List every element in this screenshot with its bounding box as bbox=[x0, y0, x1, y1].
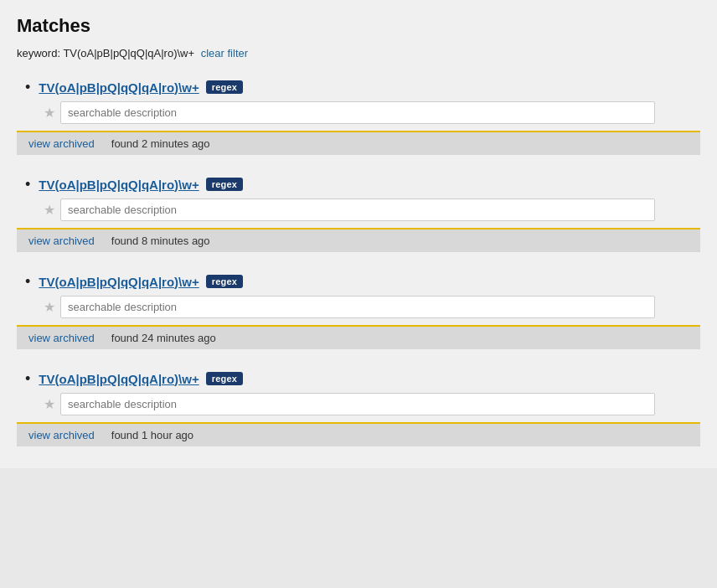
match-item-3: • TV(oA|pB|pQ|qQ|qA|ro)\w+ regex ★ view … bbox=[17, 266, 700, 349]
found-text-1: found 2 minutes ago bbox=[111, 137, 210, 150]
regex-badge-1: regex bbox=[206, 80, 243, 94]
match-link-3[interactable]: TV(oA|pB|pQ|qQ|qA|ro)\w+ bbox=[39, 275, 199, 289]
match-title-row-2: • TV(oA|pB|pQ|qQ|qA|ro)\w+ regex bbox=[17, 168, 700, 195]
page-title: Matches bbox=[17, 15, 700, 37]
found-text-3: found 24 minutes ago bbox=[111, 332, 216, 344]
star-icon-1[interactable]: ★ bbox=[44, 106, 55, 120]
description-row-4: ★ bbox=[17, 389, 700, 422]
bullet-4: • bbox=[25, 371, 30, 386]
match-link-4[interactable]: TV(oA|pB|pQ|qQ|qA|ro)\w+ bbox=[39, 372, 199, 386]
bullet-3: • bbox=[25, 274, 30, 289]
star-icon-2[interactable]: ★ bbox=[44, 204, 55, 217]
match-title-row-4: • TV(oA|pB|pQ|qQ|qA|ro)\w+ regex bbox=[17, 363, 700, 389]
star-icon-4[interactable]: ★ bbox=[44, 398, 55, 411]
view-archived-link-1[interactable]: view archived bbox=[28, 137, 95, 150]
found-text-2: found 8 minutes ago bbox=[111, 235, 210, 247]
found-text-4: found 1 hour ago bbox=[111, 429, 193, 441]
filter-label: keyword: TV(oA|pB|pQ|qQ|qA|ro)\w+ bbox=[17, 47, 194, 59]
page-container: Matches keyword: TV(oA|pB|pQ|qQ|qA|ro)\w… bbox=[0, 0, 717, 468]
description-input-2[interactable] bbox=[60, 199, 655, 221]
regex-badge-3: regex bbox=[206, 275, 243, 288]
view-archived-link-4[interactable]: view archived bbox=[28, 429, 95, 441]
description-input-1[interactable] bbox=[60, 101, 655, 124]
filter-bar: keyword: TV(oA|pB|pQ|qQ|qA|ro)\w+ clear … bbox=[17, 47, 700, 59]
match-link-2[interactable]: TV(oA|pB|pQ|qQ|qA|ro)\w+ bbox=[39, 178, 199, 192]
description-row-3: ★ bbox=[17, 292, 700, 325]
description-input-4[interactable] bbox=[60, 393, 655, 415]
star-icon-3[interactable]: ★ bbox=[44, 301, 55, 314]
footer-bar-3: view archived found 24 minutes ago bbox=[17, 325, 700, 349]
description-row-1: ★ bbox=[17, 98, 700, 131]
match-item-1: • TV(oA|pB|pQ|qQ|qA|ro)\w+ regex ★ view … bbox=[17, 71, 700, 155]
match-item-2: • TV(oA|pB|pQ|qQ|qA|ro)\w+ regex ★ view … bbox=[17, 168, 700, 252]
view-archived-link-3[interactable]: view archived bbox=[28, 332, 95, 344]
description-input-3[interactable] bbox=[60, 296, 655, 318]
matches-list: • TV(oA|pB|pQ|qQ|qA|ro)\w+ regex ★ view … bbox=[17, 71, 700, 446]
match-item-4: • TV(oA|pB|pQ|qQ|qA|ro)\w+ regex ★ view … bbox=[17, 363, 700, 446]
bullet-2: • bbox=[25, 177, 30, 192]
footer-bar-4: view archived found 1 hour ago bbox=[17, 422, 700, 446]
match-title-row-3: • TV(oA|pB|pQ|qQ|qA|ro)\w+ regex bbox=[17, 266, 700, 292]
description-row-2: ★ bbox=[17, 195, 700, 228]
regex-badge-2: regex bbox=[206, 178, 243, 191]
match-link-1[interactable]: TV(oA|pB|pQ|qQ|qA|ro)\w+ bbox=[39, 80, 199, 95]
bullet-1: • bbox=[25, 80, 30, 95]
view-archived-link-2[interactable]: view archived bbox=[28, 235, 95, 247]
footer-bar-2: view archived found 8 minutes ago bbox=[17, 228, 700, 252]
footer-bar-1: view archived found 2 minutes ago bbox=[17, 131, 700, 155]
match-title-row-1: • TV(oA|pB|pQ|qQ|qA|ro)\w+ regex bbox=[17, 71, 700, 98]
clear-filter-link[interactable]: clear filter bbox=[201, 47, 248, 59]
regex-badge-4: regex bbox=[206, 372, 243, 385]
